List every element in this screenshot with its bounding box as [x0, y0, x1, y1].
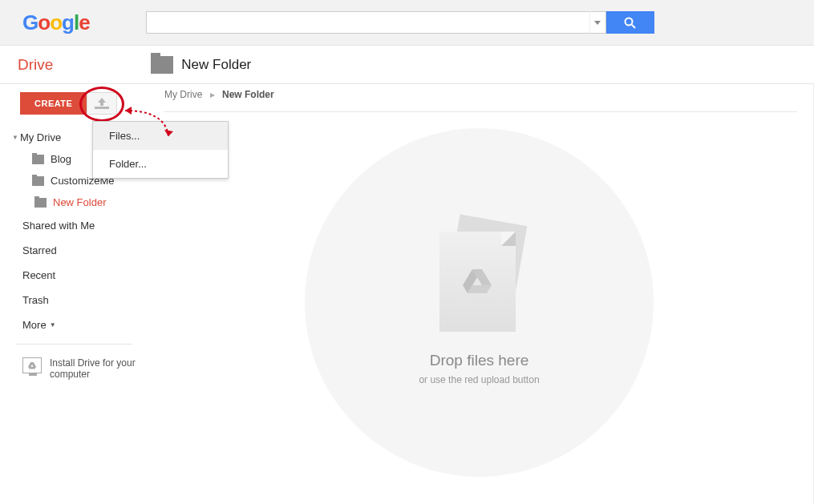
search-button[interactable]: [606, 11, 654, 34]
install-drive-link[interactable]: Install Drive for your computer: [0, 351, 148, 386]
search-dropdown-toggle[interactable]: [589, 11, 605, 34]
folder-icon: [151, 56, 173, 74]
logo-letter: g: [62, 10, 74, 34]
monitor-icon: [22, 357, 42, 373]
folder-label: New Folder: [53, 196, 106, 208]
dropzone-subtitle: or use the red upload button: [419, 374, 539, 385]
sidebar-item-shared[interactable]: Shared with Me: [0, 213, 148, 238]
svg-line-1: [632, 25, 635, 28]
create-row: CREATE: [20, 92, 148, 115]
more-label: More: [22, 319, 47, 331]
chevron-down-icon: [594, 21, 601, 25]
app-title[interactable]: Drive: [18, 56, 53, 74]
content-area: My Drive ▸ New Folder Drop files here or…: [148, 84, 814, 504]
file-stack-illustration: [435, 220, 524, 336]
folder-icon: [34, 198, 47, 208]
logo-letter: o: [38, 10, 50, 34]
sidebar-item-more[interactable]: More ▼: [0, 312, 148, 337]
folder-title-wrap: New Folder: [151, 56, 251, 74]
title-row: Drive New Folder: [0, 46, 814, 84]
breadcrumb-root[interactable]: My Drive: [164, 89, 202, 100]
caret-down-icon: ▼: [12, 134, 18, 141]
search-wrapper: [146, 11, 654, 34]
logo-letter: e: [79, 10, 89, 34]
breadcrumb-separator: ▸: [210, 89, 215, 100]
search-icon: [624, 17, 636, 29]
svg-rect-2: [95, 107, 109, 109]
dropzone[interactable]: Drop files here or use the red upload bu…: [305, 128, 654, 477]
drive-logo-icon: [463, 269, 492, 295]
upload-menu: Files... Folder...: [92, 121, 229, 179]
breadcrumb-current: New Folder: [222, 89, 274, 100]
my-drive-label: My Drive: [20, 131, 61, 143]
google-logo[interactable]: Google: [22, 10, 90, 35]
search-box: [146, 11, 606, 34]
folder-icon: [32, 155, 44, 164]
upload-icon: [95, 98, 109, 109]
search-input[interactable]: [147, 16, 589, 29]
sidebar-item-recent[interactable]: Recent: [0, 263, 148, 288]
install-label: Install Drive for your computer: [50, 357, 136, 380]
divider: [16, 344, 132, 345]
logo-letter: o: [50, 10, 62, 34]
logo-letter: G: [22, 10, 38, 34]
upload-menu-files[interactable]: Files...: [93, 122, 228, 150]
folder-icon: [32, 176, 44, 186]
sidebar-item-trash[interactable]: Trash: [0, 288, 148, 312]
dropzone-title: Drop files here: [430, 352, 529, 369]
folder-title: New Folder: [181, 57, 251, 73]
svg-point-0: [626, 18, 633, 25]
breadcrumb: My Drive ▸ New Folder: [164, 84, 797, 112]
upload-button[interactable]: [87, 92, 117, 115]
upload-menu-folder[interactable]: Folder...: [93, 150, 228, 178]
sidebar-folder-new-folder[interactable]: New Folder: [0, 192, 148, 213]
create-button[interactable]: CREATE: [20, 92, 87, 115]
header-bar: Google: [0, 0, 814, 46]
chevron-down-icon: ▼: [50, 321, 56, 329]
drive-logo-icon: [28, 362, 36, 369]
sidebar-item-starred[interactable]: Starred: [0, 238, 148, 263]
folder-label: Blog: [51, 153, 71, 165]
